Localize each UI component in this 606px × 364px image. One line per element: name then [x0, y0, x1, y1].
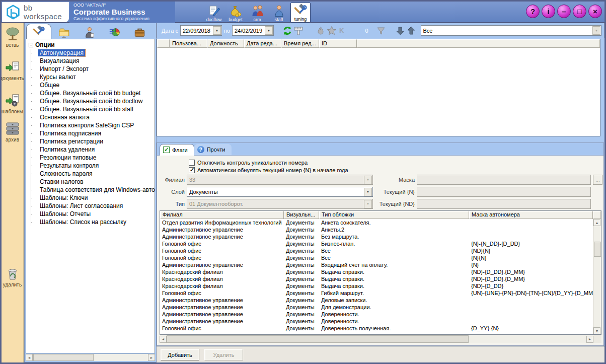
table-horizontal-scrollbar[interactable]: ◄ ► — [160, 335, 601, 343]
tree-item[interactable]: Общее. Визуальный слой bb staff — [31, 105, 155, 113]
tree-item[interactable]: Таблица соответствия для Windows-авто — [31, 186, 155, 194]
tree-item-label[interactable]: Сложность пароля — [38, 170, 94, 177]
move-up-button[interactable] — [406, 25, 417, 36]
column-header-position[interactable]: Должность — [207, 39, 244, 48]
tree-item-label[interactable]: Политика контроля SafeSign CSP — [38, 122, 135, 129]
tree-item-label[interactable]: Импорт / Экспорт — [38, 65, 90, 72]
scroll-thumb[interactable] — [594, 242, 601, 257]
rail-branch-button[interactable]: ветвь — [2, 27, 23, 48]
tree-item[interactable]: Общее. Визуальный слой bb budget — [31, 89, 155, 97]
table-row[interactable]: Административное управление Документы Бе… — [160, 233, 593, 240]
column-header[interactable] — [157, 39, 170, 48]
move-down-button[interactable] — [395, 25, 406, 36]
table-row[interactable]: Головной офис Документы Бизнес-план. {N}… — [160, 240, 593, 247]
table-row[interactable]: Краснодарский филиал Документы Выдача сп… — [160, 282, 593, 289]
table-row[interactable]: Головной офис Документы Все {N}{N} — [160, 254, 593, 261]
tab-employee[interactable] — [77, 26, 102, 39]
column-header-edit-date[interactable]: Дата реда... — [244, 39, 281, 48]
app-budget-button[interactable]: budget — [225, 3, 246, 23]
tree-item[interactable]: Шаблоны: Лист согласования — [31, 202, 155, 210]
scroll-right-button[interactable]: ► — [586, 336, 593, 343]
k-button[interactable]: K — [339, 27, 344, 34]
checkbox[interactable] — [189, 167, 195, 173]
tree-item[interactable]: Политика регистрации — [31, 137, 155, 145]
tab-settings[interactable] — [26, 24, 51, 39]
scroll-left-button[interactable]: ◄ — [160, 336, 167, 343]
app-crm-button[interactable]: crm — [247, 3, 267, 23]
table-row[interactable]: Краснодарский филиал Документы Выдача сп… — [160, 275, 593, 282]
table-row[interactable]: Административное управление Документы До… — [160, 311, 593, 318]
column-header-mask[interactable]: Маска автономера — [469, 211, 593, 219]
tree-item-label[interactable]: Общее. Визуальный слой bb budget — [38, 90, 142, 97]
tree-item[interactable]: Сложность пароля — [31, 170, 155, 178]
tree-item-label[interactable]: Шаблоны: Ключи — [38, 194, 89, 201]
tree-item[interactable]: Политика подписания — [31, 129, 155, 137]
checkbox-row[interactable]: Отключить контроль уникальности номера — [189, 159, 308, 166]
star-button[interactable] — [326, 25, 337, 36]
table-vertical-scrollbar[interactable]: ▲ ▼ — [593, 219, 601, 334]
column-header-user[interactable]: Пользова... — [170, 39, 207, 48]
column-header-edit-time[interactable]: Время ред... — [281, 39, 319, 48]
table-row[interactable]: Административное управление Документы Вх… — [160, 261, 593, 268]
checkbox-row[interactable]: Автоматически обнулять текущий номер {N}… — [189, 167, 348, 174]
info-button[interactable]: i — [542, 5, 555, 18]
tree-item-label[interactable]: Общее. Визуальный слой bb staff — [38, 106, 135, 113]
tree-item[interactable]: Резолюции типовые — [31, 154, 155, 162]
date-from-select[interactable]: 22/09/2018 — [180, 25, 222, 36]
delete-button[interactable]: Удалить — [204, 349, 243, 360]
app-tuning-button[interactable]: tuning — [290, 3, 311, 23]
chevron-down-icon[interactable] — [213, 26, 221, 35]
table-row[interactable]: Головной офис Документы Доверенность пол… — [160, 325, 593, 332]
maximize-button[interactable]: □ — [573, 5, 586, 18]
tree-item[interactable]: Политика удаления — [31, 145, 155, 154]
tree-item-label[interactable]: Политика подписания — [38, 130, 103, 137]
tree-item-label[interactable]: Визуализация — [38, 57, 81, 64]
rail-documents-button[interactable]: документы — [2, 60, 23, 81]
tab-other[interactable]: ? Прочти — [194, 144, 232, 155]
scroll-up-button[interactable]: ▲ — [593, 219, 600, 226]
tree-item-label[interactable]: Шаблоны: Список на рассылку — [38, 219, 128, 226]
tree-item[interactable]: Автонумерация — [31, 49, 155, 57]
tree-item-label[interactable]: Шаблоны: Отчеты — [38, 210, 92, 217]
help-button[interactable]: ? — [526, 5, 540, 18]
tree-item[interactable]: Курсы валют — [31, 73, 155, 81]
rail-templates-button[interactable]: шаблоны — [2, 93, 23, 114]
date-to-select[interactable]: 24/02/2019 — [232, 25, 274, 36]
tree-item[interactable]: Общее. Визуальный слой bb docflow — [31, 97, 155, 105]
rail-delete-button[interactable]: удалить — [2, 266, 23, 287]
tree-item-label[interactable]: Результаты контроля — [38, 162, 100, 169]
table-row[interactable]: Административное управление Документы Де… — [160, 297, 593, 304]
collapse-icon[interactable] — [29, 43, 33, 47]
tab-flags[interactable]: Флаги — [160, 144, 194, 156]
tree-item-label[interactable]: Общее. Визуальный слой bb docflow — [38, 98, 144, 105]
tree-item-label[interactable]: Резолюции типовые — [38, 154, 98, 161]
tree-item[interactable]: Основная валюта — [31, 113, 155, 121]
tree-item[interactable]: Ставки налогов — [31, 178, 155, 186]
table-row[interactable]: Отдел развития Информационных технологий… — [160, 219, 593, 226]
table-row[interactable]: Краснодарский филиал Документы Выдача сп… — [160, 268, 593, 275]
checkbox[interactable] — [189, 160, 195, 166]
tree-item[interactable]: Политика контроля SafeSign CSP — [31, 121, 155, 129]
tree-item[interactable]: Общее — [31, 81, 155, 89]
tree-item[interactable]: Импорт / Экспорт — [31, 65, 155, 73]
tree-item[interactable]: Шаблоны: Ключи — [31, 194, 155, 202]
tree-item-label[interactable]: Политика удаления — [38, 146, 96, 153]
scroll-thumb[interactable] — [33, 354, 94, 361]
mask-browse-button[interactable]: ... — [593, 175, 602, 185]
tree-horizontal-scrollbar[interactable]: ◄ ► — [26, 354, 155, 361]
filter-button[interactable] — [375, 25, 387, 36]
table-row[interactable]: Административное управление Документы Дл… — [160, 304, 593, 311]
scroll-down-button[interactable]: ▼ — [593, 327, 600, 334]
column-header-layer[interactable]: Визуальн... — [284, 211, 319, 219]
tree-item-label[interactable]: Ставки налогов — [38, 178, 85, 185]
column-header-id[interactable]: ID — [319, 39, 357, 48]
scroll-right-button[interactable]: ► — [148, 354, 155, 361]
app-staff-button[interactable]: staff — [269, 3, 289, 23]
tree-item-label[interactable]: Автонумерация — [38, 49, 85, 56]
chevron-down-icon[interactable] — [364, 188, 372, 196]
chevron-down-icon[interactable] — [265, 26, 273, 35]
scroll-left-button[interactable]: ◄ — [26, 354, 33, 361]
chevron-down-icon[interactable] — [592, 26, 600, 35]
rail-archive-button[interactable]: архив — [2, 121, 23, 142]
close-button[interactable]: × — [588, 5, 602, 18]
